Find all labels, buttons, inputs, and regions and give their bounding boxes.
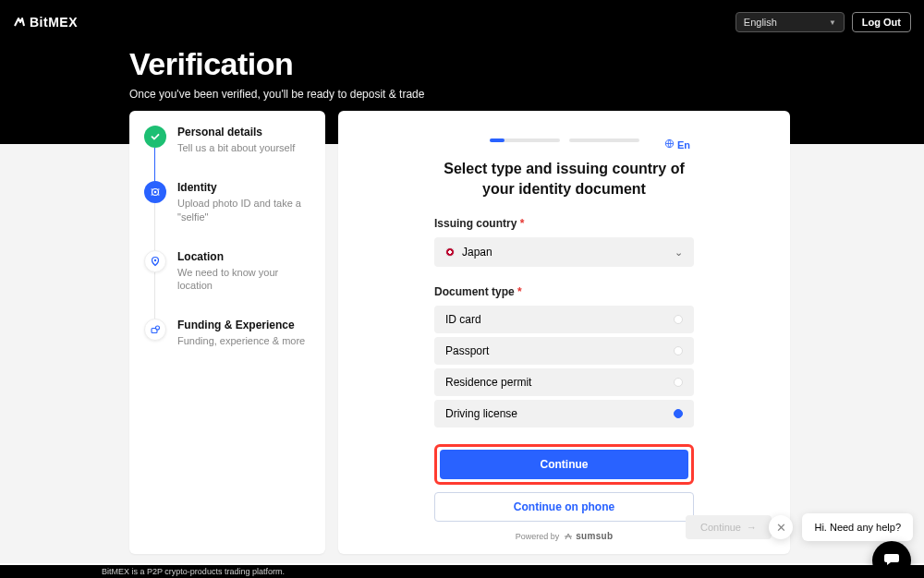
doc-option-label: Passport xyxy=(445,344,489,357)
identity-icon xyxy=(144,181,166,203)
step-personal-details[interactable]: Personal details Tell us a bit about you… xyxy=(144,126,310,181)
help-message-text: Hi. Need any help? xyxy=(814,522,901,533)
step-text: Identity Upload photo ID and take a "sel… xyxy=(177,181,310,224)
doc-option-passport[interactable]: Passport xyxy=(434,337,694,365)
step-connector xyxy=(154,203,155,252)
powered-by-label: Powered by xyxy=(516,532,560,541)
panel-title: Select type and issuing country of your … xyxy=(434,159,694,199)
radio-unselected-icon xyxy=(674,346,683,355)
logout-label: Log Out xyxy=(862,17,901,28)
help-close-button[interactable]: ✕ xyxy=(769,515,793,539)
page-subtitle: Once you've been verified, you'll be rea… xyxy=(129,88,924,101)
step-name: Funding & Experience xyxy=(177,319,305,331)
doc-option-label: Residence permit xyxy=(445,376,531,389)
title-block: Verification Once you've been verified, … xyxy=(0,35,924,101)
disabled-continue-label: Continue xyxy=(700,522,741,533)
step-text: Funding & Experience Funding, experience… xyxy=(177,319,305,348)
step-connector xyxy=(154,148,155,183)
radio-selected-icon xyxy=(674,409,683,418)
continue-on-phone-label: Continue on phone xyxy=(514,500,614,513)
help-message-bubble[interactable]: Hi. Need any help? xyxy=(802,513,913,541)
steps-card: Personal details Tell us a bit about you… xyxy=(129,111,325,554)
step-desc: Upload photo ID and take a "selfie" xyxy=(177,197,310,224)
verification-panel: En Select type and issuing country of yo… xyxy=(338,111,790,554)
continue-on-phone-button[interactable]: Continue on phone xyxy=(434,492,694,522)
close-icon: ✕ xyxy=(776,521,786,535)
help-widget: ✕ Hi. Need any help? xyxy=(769,513,913,541)
topbar: BitMEX English ▼ Log Out xyxy=(0,0,924,35)
issuing-country-select[interactable]: Japan ⌄ xyxy=(434,237,694,267)
document-options: ID card Passport Residence permit Drivin… xyxy=(434,306,694,427)
step-desc: Tell us a bit about yourself xyxy=(177,141,295,155)
issuing-country-label: Issuing country * xyxy=(434,217,694,230)
chevron-down-icon: ⌄ xyxy=(675,247,683,259)
check-icon xyxy=(144,126,166,148)
doc-option-residence-permit[interactable]: Residence permit xyxy=(434,368,694,396)
language-select[interactable]: English ▼ xyxy=(736,12,845,32)
topbar-right: English ▼ Log Out xyxy=(736,12,911,32)
required-asterisk: * xyxy=(517,285,522,298)
doc-option-label: Driving license xyxy=(445,407,517,420)
panel-language-label: En xyxy=(677,139,690,151)
continue-highlight-frame: Continue xyxy=(434,444,694,485)
footer-text: BitMEX is a P2P crypto-products trading … xyxy=(102,567,285,576)
caret-down-icon: ▼ xyxy=(829,18,836,27)
progress-row xyxy=(434,138,694,142)
arrow-right-icon: → xyxy=(747,522,757,533)
svg-point-2 xyxy=(154,259,156,260)
globe-icon xyxy=(664,138,675,151)
page-footer: BitMEX is a P2P crypto-products trading … xyxy=(0,565,924,578)
sumsub-logo: sumsub xyxy=(564,531,613,541)
document-type-label: Document type * xyxy=(434,285,694,298)
step-name: Personal details xyxy=(177,126,295,138)
page-title: Verification xyxy=(129,46,924,82)
doc-option-label: ID card xyxy=(445,313,481,326)
brand-logo[interactable]: BitMEX xyxy=(13,15,78,30)
step-identity[interactable]: Identity Upload photo ID and take a "sel… xyxy=(144,181,310,250)
language-selected-label: English xyxy=(744,17,777,28)
svg-point-4 xyxy=(156,326,160,330)
powered-by-row: Powered by sumsub xyxy=(434,531,694,541)
logo-mark-icon xyxy=(13,16,26,29)
panel-language-button[interactable]: En xyxy=(664,138,690,151)
step-text: Personal details Tell us a bit about you… xyxy=(177,126,295,155)
location-pin-icon xyxy=(144,250,166,272)
continue-button[interactable]: Continue xyxy=(440,450,688,479)
funding-icon xyxy=(144,319,166,341)
country-selected-label: Japan xyxy=(462,246,667,259)
step-name: Identity xyxy=(177,181,310,194)
verification-inner: En Select type and issuing country of yo… xyxy=(338,111,790,541)
step-location[interactable]: Location We need to know your location xyxy=(144,250,310,319)
radio-unselected-icon xyxy=(674,378,683,387)
doc-option-driving-license[interactable]: Driving license xyxy=(434,400,694,427)
step-desc: Funding, experience & more xyxy=(177,334,305,348)
svg-point-1 xyxy=(154,191,157,194)
progress-bar-2 xyxy=(569,138,639,142)
step-connector xyxy=(154,272,155,321)
step-name: Location xyxy=(177,250,310,263)
doc-option-id-card[interactable]: ID card xyxy=(434,306,694,333)
japan-flag-icon xyxy=(445,247,455,257)
logout-button[interactable]: Log Out xyxy=(852,12,911,32)
panel-footer-continue-disabled: Continue → xyxy=(686,515,772,539)
step-funding[interactable]: Funding & Experience Funding, experience… xyxy=(144,319,310,348)
step-desc: We need to know your location xyxy=(177,266,310,294)
required-asterisk: * xyxy=(520,217,525,230)
step-text: Location We need to know your location xyxy=(177,250,310,294)
brand-name: BitMEX xyxy=(30,15,78,30)
continue-label: Continue xyxy=(541,458,589,471)
radio-unselected-icon xyxy=(674,315,683,324)
progress-bar-1 xyxy=(490,138,560,142)
progress-fill xyxy=(490,138,505,142)
progress-bars xyxy=(490,138,639,142)
cards-row: Personal details Tell us a bit about you… xyxy=(129,111,790,554)
